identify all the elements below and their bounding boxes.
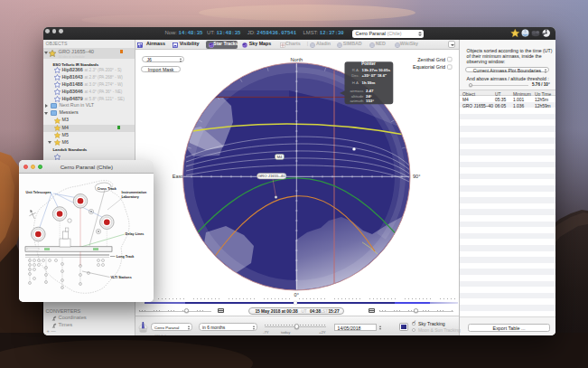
- svg-text:M4: M4: [276, 155, 283, 159]
- svg-text:Equatorial Grid: Equatorial Grid: [413, 64, 445, 70]
- svg-text:Instrumentation: Instrumentation: [122, 191, 148, 194]
- svg-text:VLTI Stations: VLTI Stations: [111, 275, 132, 278]
- svg-text:1h 59m: 1h 59m: [362, 80, 376, 85]
- svg-text:airmass: airmass: [350, 89, 363, 93]
- svg-text:altitude: altitude: [351, 94, 364, 99]
- svg-text:R.A.: R.A.: [352, 68, 359, 72]
- svg-text:GRO J1655–40: GRO J1655–40: [258, 174, 285, 178]
- svg-text:0°: 0°: [294, 292, 299, 297]
- svg-text:Cross Track: Cross Track: [98, 187, 117, 191]
- svg-text:90°: 90°: [413, 174, 420, 179]
- svg-text:Long Track: Long Track: [117, 254, 135, 258]
- svg-text:azimuth: azimuth: [350, 99, 364, 103]
- svg-text:Zenithal Grid: Zenithal Grid: [417, 57, 445, 62]
- svg-text:24°: 24°: [366, 94, 372, 99]
- svg-text:North: North: [290, 57, 303, 62]
- svg-text:13h 27m 10.05s: 13h 27m 10.05s: [362, 68, 391, 72]
- svg-text:Delay Lines: Delay Lines: [126, 232, 145, 236]
- svg-text:H.A.: H.A.: [352, 80, 359, 85]
- svg-text:2.47: 2.47: [366, 89, 374, 93]
- svg-text:+35° 07' 18.6": +35° 07' 18.6": [362, 73, 387, 78]
- svg-text:Dec.: Dec.: [351, 73, 359, 78]
- svg-text:East: East: [173, 174, 183, 179]
- svg-text:153°: 153°: [366, 99, 374, 103]
- svg-text:Unit Telescopes: Unit Telescopes: [26, 191, 51, 194]
- svg-text:Laboratory: Laboratory: [122, 195, 140, 199]
- svg-text:Pointer: Pointer: [361, 61, 376, 66]
